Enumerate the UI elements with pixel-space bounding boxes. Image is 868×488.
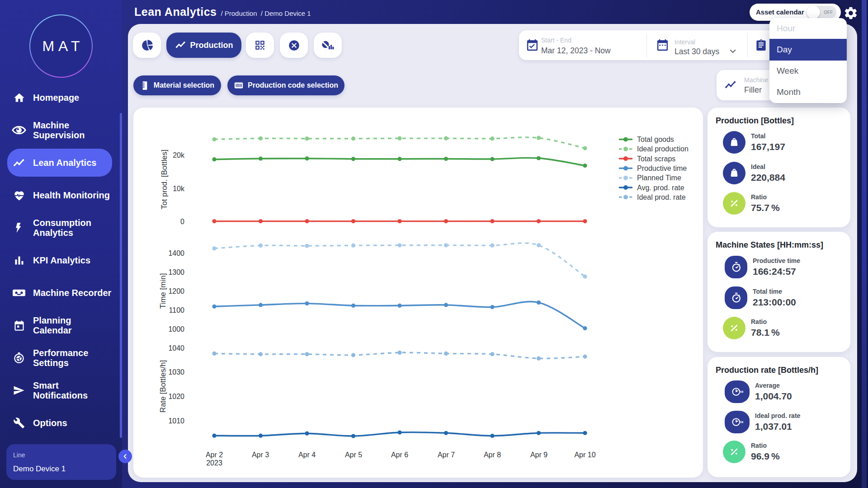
svg-text:1300: 1300 [168, 268, 184, 276]
svg-text:1100: 1100 [169, 306, 185, 314]
svg-text:10k: 10k [173, 185, 185, 192]
svg-text:Tot prod. [Bottles]: Tot prod. [Bottles] [160, 150, 169, 209]
svg-text:Ideal production: Ideal production [637, 145, 689, 153]
svg-text:20k: 20k [173, 151, 185, 159]
svg-text:Apr 9: Apr 9 [530, 451, 547, 459]
svg-text:Apr 3: Apr 3 [252, 451, 269, 459]
svg-text:2023: 2023 [206, 459, 222, 467]
svg-text:1400: 1400 [168, 249, 184, 257]
svg-text:Apr 7: Apr 7 [438, 451, 455, 459]
svg-text:Rate [Bottles/h]: Rate [Bottles/h] [159, 360, 167, 413]
svg-text:Apr 6: Apr 6 [391, 451, 408, 459]
svg-text:Ideal prod. rate: Ideal prod. rate [637, 193, 686, 201]
svg-text:1030: 1030 [168, 368, 184, 376]
svg-text:Apr 2: Apr 2 [206, 451, 223, 459]
svg-text:Time [min]: Time [min] [159, 273, 167, 309]
svg-text:Avg. prod. rate: Avg. prod. rate [637, 184, 684, 192]
svg-text:Total goods: Total goods [637, 136, 674, 143]
svg-text:1000: 1000 [168, 325, 184, 333]
svg-text:Planned Time: Planned Time [637, 174, 681, 182]
svg-text:Apr 4: Apr 4 [298, 451, 316, 459]
svg-text:1020: 1020 [168, 393, 184, 400]
svg-text:1010: 1010 [168, 417, 184, 425]
svg-text:Total scraps: Total scraps [637, 155, 675, 163]
svg-text:0: 0 [180, 218, 184, 225]
svg-text:Apr 5: Apr 5 [345, 451, 362, 459]
svg-text:1200: 1200 [168, 287, 184, 295]
svg-text:Apr 10: Apr 10 [574, 451, 595, 459]
svg-text:1040: 1040 [168, 344, 184, 352]
svg-text:Apr 8: Apr 8 [484, 451, 501, 459]
svg-text:Productive time: Productive time [637, 164, 687, 172]
